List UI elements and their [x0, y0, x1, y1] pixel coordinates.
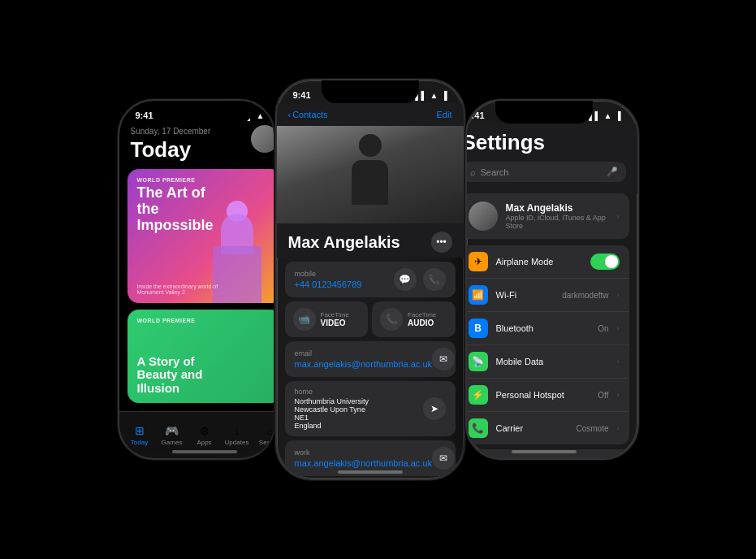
- carrier-label: Carrier: [496, 423, 568, 433]
- featured-card-1[interactable]: WORLD PREMIERE The Art of the Impossible…: [127, 169, 275, 303]
- apple-id-subtitle: Apple ID, iCloud, iTunes & App Store: [506, 214, 609, 230]
- wifi-icon-2: ▲: [430, 91, 438, 100]
- contact-hero-image: [277, 126, 464, 223]
- games-icon: 🎮: [164, 424, 180, 437]
- contact-name: Max Angelakis: [288, 233, 400, 252]
- time-2: 9:41: [293, 90, 311, 100]
- bluetooth-value: On: [598, 324, 608, 333]
- wifi-icon-3: ▲: [604, 111, 612, 120]
- phone-settings: 9:41 ▌▌▌ ▲ ▐ Settings ⌕ Search 🎤 Max Ang…: [465, 99, 639, 460]
- tab-games-label: Games: [162, 439, 183, 446]
- work-value: max.angelakis@northumbria.ac.uk: [295, 458, 433, 468]
- back-label: Contacts: [292, 110, 327, 119]
- carrier-icon: 📞: [469, 418, 488, 438]
- facetime-video-button[interactable]: 📹 FaceTime VIDEO: [285, 301, 369, 337]
- email-label: email: [295, 349, 433, 358]
- home-indicator-3: [512, 450, 577, 453]
- video-icon: 📹: [293, 308, 316, 331]
- search-icon: ⌕: [470, 167, 476, 177]
- tab-apps-label: Apps: [197, 439, 211, 446]
- notifications-icon: 🔔: [469, 456, 488, 458]
- search-tab-icon: ⌕: [261, 424, 275, 437]
- settings-header: Settings ⌕ Search 🎤: [465, 124, 637, 193]
- settings-row-airplane[interactable]: ✈ Airplane Mode: [465, 245, 629, 279]
- appstore-content: Sunday, 17 December Today WORLD PREMIERE…: [119, 124, 275, 452]
- airplane-mode-icon: ✈: [469, 252, 488, 271]
- airplane-mode-label: Airplane Mode: [496, 257, 582, 266]
- card1-subtitle: Inside the extraordinary world of Monume…: [137, 284, 218, 295]
- time-3: 9:41: [467, 110, 485, 120]
- notch-3: [495, 101, 593, 124]
- featured-card-2[interactable]: WORLD PREMIERE A Story of Beauty and Ill…: [127, 310, 275, 403]
- tab-games[interactable]: 🎮 Games: [156, 424, 188, 446]
- apple-id-banner[interactable]: Max Angelakis Apple ID, iCloud, iTunes &…: [465, 193, 629, 239]
- edit-button[interactable]: Edit: [437, 110, 452, 119]
- settings-row-bluetooth[interactable]: B Bluetooth On ›: [465, 312, 629, 345]
- tab-apps[interactable]: ⊛ Apps: [188, 424, 221, 446]
- contacts-nav: ‹ Contacts Edit: [277, 103, 464, 126]
- head-shape: [359, 134, 382, 157]
- airplane-mode-toggle[interactable]: [590, 254, 620, 270]
- apps-icon: ⊛: [197, 424, 213, 437]
- tab-today-label: Today: [131, 439, 148, 446]
- contact-photo: [277, 126, 464, 223]
- home-row: home Northumbria University Newcastle Up…: [285, 381, 456, 436]
- facetime-audio-button[interactable]: 📞 FaceTime AUDIO: [372, 301, 456, 337]
- phone-button[interactable]: 📞: [423, 268, 446, 291]
- facetime-row: 📹 FaceTime VIDEO 📞 FaceTime AUDIO: [285, 301, 456, 337]
- settings-row-mobile-data[interactable]: 📡 Mobile Data ›: [465, 345, 629, 379]
- notch: [156, 101, 253, 124]
- carrier-value: Cosmote: [576, 424, 608, 433]
- mobile-actions: 💬 📞: [394, 268, 446, 291]
- avatar-image: [469, 202, 498, 231]
- bluetooth-chevron-icon: ›: [617, 324, 620, 332]
- message-button[interactable]: 💬: [394, 268, 417, 291]
- search-placeholder: Search: [481, 167, 602, 177]
- settings-group-connectivity: ✈ Airplane Mode 📶 Wi-Fi darkmodeftw › B …: [465, 245, 629, 444]
- facetime-audio-label: FaceTime: [408, 311, 436, 318]
- tab-search-label: Search: [259, 439, 275, 446]
- battery-icon: ▐: [267, 111, 273, 120]
- work-actions: ✉: [432, 447, 455, 470]
- tab-updates[interactable]: ↓ Updates: [221, 424, 253, 446]
- facetime-label: FaceTime: [321, 311, 349, 318]
- home-actions: ➤: [423, 397, 446, 420]
- chevron-right-icon: ›: [616, 212, 619, 221]
- work-email-button[interactable]: ✉: [432, 447, 455, 470]
- hotspot-value: Off: [598, 391, 608, 400]
- mobile-label: mobile: [295, 270, 362, 278]
- updates-icon: ↓: [229, 424, 245, 437]
- toggle-knob: [605, 255, 618, 268]
- contact-silhouette: [346, 134, 395, 215]
- more-button[interactable]: •••: [431, 232, 452, 253]
- email-button[interactable]: ✉: [432, 348, 455, 370]
- carrier-chevron-icon: ›: [617, 424, 620, 432]
- back-button[interactable]: ‹ Contacts: [288, 110, 328, 119]
- settings-title: Settings: [465, 130, 626, 155]
- settings-row-wifi[interactable]: 📶 Wi-Fi darkmodeftw ›: [465, 279, 629, 312]
- work-label: work: [295, 448, 433, 457]
- hotspot-icon: ⚡: [469, 385, 488, 405]
- card2-badge: WORLD PREMIERE: [137, 318, 196, 323]
- tab-search[interactable]: ⌕ Search: [253, 424, 275, 446]
- email-row: email max.angelakis@northumbria.ac.uk ✉: [285, 341, 456, 377]
- chevron-left-icon: ‹: [288, 110, 292, 119]
- mobile-data-label: Mobile Data: [496, 357, 609, 366]
- search-bar[interactable]: ⌕ Search 🎤: [465, 162, 626, 182]
- avatar: [251, 125, 275, 153]
- wifi-settings-icon: 📶: [469, 285, 488, 305]
- home-indicator-2: [338, 470, 403, 474]
- wifi-chevron-icon: ›: [617, 291, 620, 299]
- card2-title: A Story of Beauty and Illusion: [137, 355, 210, 396]
- home-value: Northumbria University Newcastle Upon Ty…: [295, 397, 369, 430]
- tab-bar: ⊞ Today 🎮 Games ⊛ Apps ↓ Updates ⌕ Se: [119, 411, 275, 452]
- apple-id-name: Max Angelakis: [506, 202, 609, 214]
- maps-button[interactable]: ➤: [423, 397, 446, 420]
- battery-icon-3: ▐: [615, 111, 620, 120]
- settings-row-carrier[interactable]: 📞 Carrier Cosmote ›: [465, 412, 629, 444]
- mobile-value: +44 0123456789: [295, 280, 362, 289]
- phone-contacts: 9:41 ▌▌▌ ▲ ▐ ‹ Contacts Edit: [275, 79, 465, 480]
- tab-today[interactable]: ⊞ Today: [123, 424, 156, 446]
- settings-row-hotspot[interactable]: ⚡ Personal Hotspot Off ›: [465, 379, 629, 412]
- phone-appstore: 9:41 ▌▌▌ ▲ ▐ Sunday, 17 December Today W…: [118, 99, 275, 460]
